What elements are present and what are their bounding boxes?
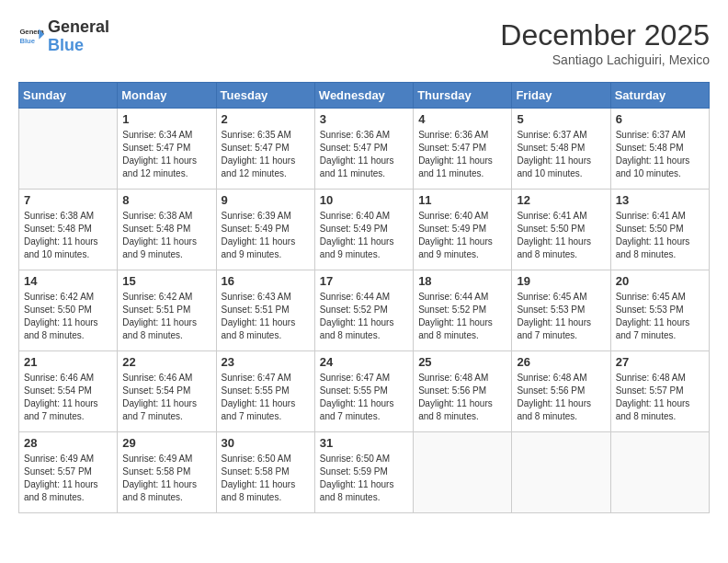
calendar-cell: 4Sunrise: 6:36 AMSunset: 5:47 PMDaylight…: [414, 109, 512, 190]
calendar-cell: 12Sunrise: 6:41 AMSunset: 5:50 PMDayligh…: [512, 190, 610, 270]
calendar-cell: 28Sunrise: 6:49 AMSunset: 5:57 PMDayligh…: [19, 432, 118, 513]
calendar-cell: 18Sunrise: 6:44 AMSunset: 5:52 PMDayligh…: [414, 270, 512, 351]
calendar-cell: 1Sunrise: 6:34 AMSunset: 5:47 PMDaylight…: [118, 109, 216, 190]
calendar-cell: 20Sunrise: 6:45 AMSunset: 5:53 PMDayligh…: [610, 270, 709, 351]
location: Santiago Lachiguiri, Mexico: [500, 52, 710, 67]
calendar-cell: 30Sunrise: 6:50 AMSunset: 5:58 PMDayligh…: [216, 432, 314, 513]
calendar-cell: 13Sunrise: 6:41 AMSunset: 5:50 PMDayligh…: [610, 190, 709, 270]
calendar-cell: 2Sunrise: 6:35 AMSunset: 5:47 PMDaylight…: [216, 109, 314, 190]
day-number: 7: [24, 193, 112, 207]
day-number: 25: [418, 355, 506, 369]
page-header: General Blue General Blue December 2025 …: [18, 18, 710, 67]
day-info: Sunrise: 6:40 AMSunset: 5:49 PMDaylight:…: [418, 210, 506, 261]
day-number: 19: [517, 274, 605, 288]
calendar-cell: 10Sunrise: 6:40 AMSunset: 5:49 PMDayligh…: [314, 190, 413, 270]
col-saturday: Saturday: [610, 83, 709, 109]
day-number: 11: [418, 193, 506, 207]
month-title: December 2025: [500, 18, 710, 52]
col-friday: Friday: [512, 83, 610, 109]
day-number: 20: [616, 274, 704, 288]
day-number: 14: [24, 274, 112, 288]
day-number: 21: [24, 355, 112, 369]
day-info: Sunrise: 6:47 AMSunset: 5:55 PMDaylight:…: [320, 372, 408, 423]
calendar-cell: 31Sunrise: 6:50 AMSunset: 5:59 PMDayligh…: [314, 432, 413, 513]
day-number: 24: [320, 355, 408, 369]
calendar-week-row: 21Sunrise: 6:46 AMSunset: 5:54 PMDayligh…: [19, 351, 710, 432]
calendar-cell: 19Sunrise: 6:45 AMSunset: 5:53 PMDayligh…: [512, 270, 610, 351]
calendar-cell: [610, 432, 709, 513]
calendar-week-row: 1Sunrise: 6:34 AMSunset: 5:47 PMDaylight…: [19, 109, 710, 190]
day-info: Sunrise: 6:40 AMSunset: 5:49 PMDaylight:…: [320, 210, 408, 261]
col-thursday: Thursday: [414, 83, 512, 109]
day-number: 15: [122, 274, 210, 288]
day-info: Sunrise: 6:36 AMSunset: 5:47 PMDaylight:…: [320, 129, 408, 180]
day-number: 16: [222, 274, 310, 288]
calendar-cell: 21Sunrise: 6:46 AMSunset: 5:54 PMDayligh…: [19, 351, 118, 432]
day-number: 26: [517, 355, 605, 369]
calendar-cell: 3Sunrise: 6:36 AMSunset: 5:47 PMDaylight…: [314, 109, 413, 190]
day-number: 3: [320, 112, 408, 126]
logo-text: General Blue: [48, 18, 109, 55]
calendar-week-row: 14Sunrise: 6:42 AMSunset: 5:50 PMDayligh…: [19, 270, 710, 351]
day-number: 18: [418, 274, 506, 288]
day-info: Sunrise: 6:45 AMSunset: 5:53 PMDaylight:…: [616, 291, 704, 342]
day-info: Sunrise: 6:36 AMSunset: 5:47 PMDaylight:…: [418, 129, 506, 180]
calendar-cell: 9Sunrise: 6:39 AMSunset: 5:49 PMDaylight…: [216, 190, 314, 270]
day-info: Sunrise: 6:50 AMSunset: 5:58 PMDaylight:…: [222, 453, 310, 504]
day-info: Sunrise: 6:49 AMSunset: 5:57 PMDaylight:…: [24, 453, 112, 504]
day-number: 9: [222, 193, 310, 207]
calendar-cell: 26Sunrise: 6:48 AMSunset: 5:56 PMDayligh…: [512, 351, 610, 432]
day-number: 6: [616, 112, 704, 126]
day-info: Sunrise: 6:37 AMSunset: 5:48 PMDaylight:…: [517, 129, 605, 180]
calendar-cell: 29Sunrise: 6:49 AMSunset: 5:58 PMDayligh…: [118, 432, 216, 513]
day-number: 28: [24, 436, 112, 450]
calendar-cell: [512, 432, 610, 513]
calendar-cell: 25Sunrise: 6:48 AMSunset: 5:56 PMDayligh…: [414, 351, 512, 432]
calendar-cell: [19, 109, 118, 190]
day-info: Sunrise: 6:48 AMSunset: 5:57 PMDaylight:…: [616, 372, 704, 423]
day-info: Sunrise: 6:42 AMSunset: 5:51 PMDaylight:…: [122, 291, 210, 342]
day-info: Sunrise: 6:43 AMSunset: 5:51 PMDaylight:…: [222, 291, 310, 342]
day-info: Sunrise: 6:38 AMSunset: 5:48 PMDaylight:…: [24, 210, 112, 261]
day-info: Sunrise: 6:41 AMSunset: 5:50 PMDaylight:…: [517, 210, 605, 261]
day-info: Sunrise: 6:47 AMSunset: 5:55 PMDaylight:…: [222, 372, 310, 423]
day-info: Sunrise: 6:46 AMSunset: 5:54 PMDaylight:…: [24, 372, 112, 423]
calendar-cell: 14Sunrise: 6:42 AMSunset: 5:50 PMDayligh…: [19, 270, 118, 351]
day-info: Sunrise: 6:44 AMSunset: 5:52 PMDaylight:…: [418, 291, 506, 342]
calendar-cell: 23Sunrise: 6:47 AMSunset: 5:55 PMDayligh…: [216, 351, 314, 432]
calendar-cell: 17Sunrise: 6:44 AMSunset: 5:52 PMDayligh…: [314, 270, 413, 351]
title-block: December 2025 Santiago Lachiguiri, Mexic…: [500, 18, 710, 67]
calendar-cell: 11Sunrise: 6:40 AMSunset: 5:49 PMDayligh…: [414, 190, 512, 270]
svg-text:Blue: Blue: [19, 37, 35, 45]
day-info: Sunrise: 6:38 AMSunset: 5:48 PMDaylight:…: [122, 210, 210, 261]
day-number: 13: [616, 193, 704, 207]
day-info: Sunrise: 6:41 AMSunset: 5:50 PMDaylight:…: [616, 210, 704, 261]
day-number: 5: [517, 112, 605, 126]
calendar-cell: 15Sunrise: 6:42 AMSunset: 5:51 PMDayligh…: [118, 270, 216, 351]
calendar-header-row: Sunday Monday Tuesday Wednesday Thursday…: [19, 83, 710, 109]
day-info: Sunrise: 6:45 AMSunset: 5:53 PMDaylight:…: [517, 291, 605, 342]
calendar-cell: [414, 432, 512, 513]
day-info: Sunrise: 6:50 AMSunset: 5:59 PMDaylight:…: [320, 453, 408, 504]
col-sunday: Sunday: [19, 83, 118, 109]
day-number: 22: [122, 355, 210, 369]
day-info: Sunrise: 6:37 AMSunset: 5:48 PMDaylight:…: [616, 129, 704, 180]
day-info: Sunrise: 6:39 AMSunset: 5:49 PMDaylight:…: [222, 210, 310, 261]
calendar-cell: 16Sunrise: 6:43 AMSunset: 5:51 PMDayligh…: [216, 270, 314, 351]
day-number: 31: [320, 436, 408, 450]
col-monday: Monday: [118, 83, 216, 109]
logo: General Blue General Blue: [18, 18, 109, 55]
calendar-cell: 24Sunrise: 6:47 AMSunset: 5:55 PMDayligh…: [314, 351, 413, 432]
day-number: 23: [222, 355, 310, 369]
day-info: Sunrise: 6:34 AMSunset: 5:47 PMDaylight:…: [122, 129, 210, 180]
day-info: Sunrise: 6:44 AMSunset: 5:52 PMDaylight:…: [320, 291, 408, 342]
calendar-cell: 22Sunrise: 6:46 AMSunset: 5:54 PMDayligh…: [118, 351, 216, 432]
day-info: Sunrise: 6:42 AMSunset: 5:50 PMDaylight:…: [24, 291, 112, 342]
col-tuesday: Tuesday: [216, 83, 314, 109]
day-info: Sunrise: 6:49 AMSunset: 5:58 PMDaylight:…: [122, 453, 210, 504]
day-info: Sunrise: 6:48 AMSunset: 5:56 PMDaylight:…: [517, 372, 605, 423]
day-number: 2: [222, 112, 310, 126]
day-number: 4: [418, 112, 506, 126]
calendar-week-row: 7Sunrise: 6:38 AMSunset: 5:48 PMDaylight…: [19, 190, 710, 270]
calendar-week-row: 28Sunrise: 6:49 AMSunset: 5:57 PMDayligh…: [19, 432, 710, 513]
